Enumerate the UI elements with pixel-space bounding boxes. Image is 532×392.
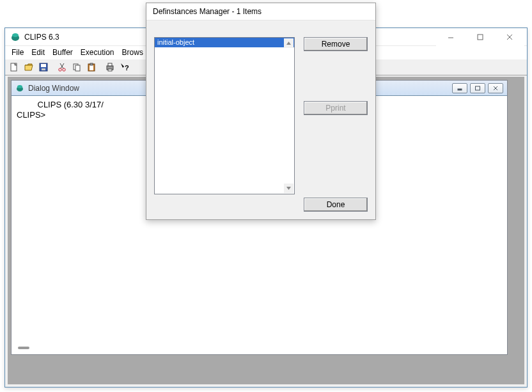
- svg-rect-8: [41, 64, 46, 67]
- svg-line-10: [60, 63, 63, 68]
- cut-icon[interactable]: [54, 60, 69, 74]
- svg-point-24: [17, 85, 22, 88]
- menu-buffer[interactable]: Buffer: [49, 46, 77, 59]
- svg-rect-15: [75, 65, 80, 71]
- svg-rect-25: [458, 89, 462, 90]
- scroll-down-button[interactable]: [284, 184, 293, 193]
- svg-point-13: [62, 68, 65, 71]
- close-button[interactable]: [495, 28, 524, 46]
- maximize-button[interactable]: [465, 28, 495, 46]
- svg-rect-21: [108, 69, 112, 71]
- mgr-body: initial-object Remove Pprint Done: [146, 20, 375, 219]
- menu-browse[interactable]: Brows: [118, 46, 147, 59]
- resize-grip[interactable]: [18, 347, 29, 349]
- context-help-icon[interactable]: ?: [117, 60, 132, 74]
- done-button[interactable]: Done: [304, 198, 368, 212]
- svg-point-12: [58, 68, 61, 71]
- svg-marker-30: [286, 187, 291, 190]
- output-prompt: CLIPS>: [17, 110, 45, 120]
- svg-marker-29: [286, 42, 291, 45]
- save-icon[interactable]: [36, 60, 51, 74]
- svg-line-11: [61, 63, 64, 68]
- copy-icon[interactable]: [69, 60, 84, 74]
- mdi-close-button[interactable]: [488, 83, 503, 93]
- definstances-manager-dialog: Definstances Manager - 1 Items initial-o…: [146, 3, 376, 220]
- svg-rect-3: [478, 35, 483, 40]
- svg-rect-9: [42, 68, 45, 70]
- mgr-listbox[interactable]: initial-object: [154, 37, 295, 194]
- mdi-controls: [452, 83, 503, 93]
- menu-edit[interactable]: Edit: [27, 46, 49, 59]
- paste-icon[interactable]: [84, 60, 98, 74]
- scroll-up-button[interactable]: [284, 38, 293, 48]
- mgr-title: Definstances Manager - 1 Items: [153, 7, 262, 16]
- dialog-icon: [15, 84, 24, 93]
- menu-file[interactable]: File: [8, 46, 27, 59]
- app-icon: [10, 32, 20, 42]
- print-icon[interactable]: [102, 60, 117, 74]
- output-line-1: CLIPS (6.30 3/17/: [17, 100, 104, 109]
- new-icon[interactable]: [6, 60, 21, 74]
- menu-execution[interactable]: Execution: [77, 46, 118, 59]
- window-controls: [436, 28, 524, 46]
- svg-rect-17: [90, 65, 93, 70]
- mgr-button-column: Remove Pprint: [304, 37, 368, 115]
- svg-text:?: ?: [125, 64, 129, 72]
- svg-point-1: [12, 33, 19, 37]
- svg-rect-26: [476, 86, 480, 90]
- svg-rect-18: [90, 63, 93, 65]
- minimize-button[interactable]: [436, 28, 465, 46]
- remove-button[interactable]: Remove: [304, 37, 368, 51]
- open-icon[interactable]: [21, 60, 36, 74]
- svg-rect-20: [108, 63, 112, 66]
- list-item[interactable]: initial-object: [155, 38, 294, 47]
- pprint-button[interactable]: Pprint: [304, 101, 368, 115]
- mdi-minimize-button[interactable]: [452, 83, 467, 93]
- mdi-maximize-button[interactable]: [470, 83, 485, 93]
- mgr-titlebar[interactable]: Definstances Manager - 1 Items: [146, 3, 375, 20]
